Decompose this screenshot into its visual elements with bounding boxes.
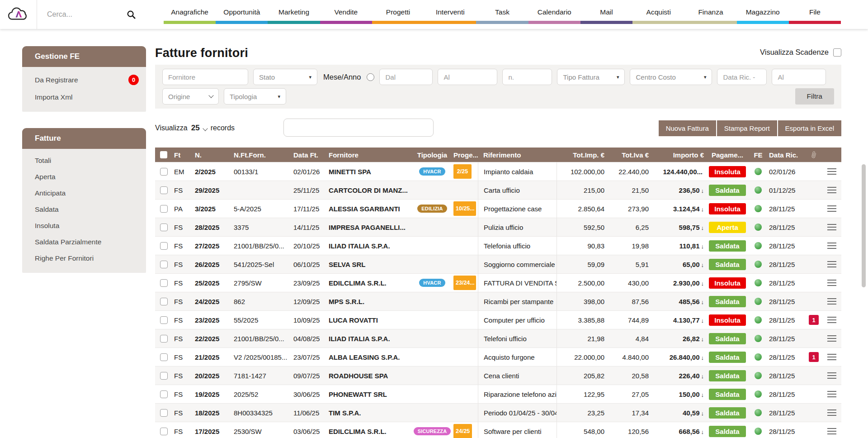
payment-status-badge[interactable]: Saldata: [709, 426, 746, 437]
sidebar-item[interactable]: Saldata Parzialmente: [22, 234, 146, 250]
header-nftforn[interactable]: N.Ft.Forn.: [232, 151, 292, 159]
payment-status-badge[interactable]: Saldata: [709, 240, 746, 252]
data-ric-al-filter-input[interactable]: [772, 69, 826, 85]
visualizza-scadenze-checkbox[interactable]: [833, 48, 841, 57]
nav-item[interactable]: Calendario: [528, 0, 580, 29]
nav-item[interactable]: Vendite: [320, 0, 372, 29]
sidebar-item[interactable]: Aperta: [22, 169, 146, 185]
data-ric-filter-input[interactable]: [717, 69, 767, 85]
nav-item[interactable]: Magazzino: [737, 0, 789, 29]
table-row[interactable]: FS 17/2025 2530/SW 03/06/25 EDILCLIMA S.…: [155, 422, 841, 438]
payment-status-badge[interactable]: Saldata: [709, 333, 746, 344]
sidebar-item[interactable]: Da Registrare 0: [22, 71, 146, 89]
row-menu-icon[interactable]: [827, 187, 836, 193]
row-checkbox[interactable]: [160, 390, 168, 398]
row-menu-icon[interactable]: [827, 243, 836, 249]
nav-item[interactable]: Task: [476, 0, 528, 29]
table-row[interactable]: FS 20/2025 7181-1427 09/07/25 ROADHOUSE …: [155, 366, 841, 385]
global-search-input[interactable]: [47, 10, 126, 19]
stato-filter-select[interactable]: Stato ▾: [253, 69, 317, 85]
table-row[interactable]: FS 19/2025 2025/52 30/06/25 PHONEWATT SR…: [155, 385, 841, 403]
row-menu-icon[interactable]: [827, 409, 836, 416]
select-all-checkbox[interactable]: [160, 151, 167, 158]
stampa-report-button[interactable]: Stampa Report: [717, 120, 777, 136]
centro-costo-filter-select[interactable]: Centro Costo ▾: [630, 69, 712, 85]
row-checkbox[interactable]: [160, 335, 168, 343]
row-menu-icon[interactable]: [827, 168, 836, 175]
row-menu-icon[interactable]: [827, 428, 836, 434]
row-menu-icon[interactable]: [827, 205, 836, 212]
header-importo[interactable]: Importo €: [651, 151, 706, 159]
payment-status-badge[interactable]: Insoluta: [709, 203, 746, 214]
payment-status-badge[interactable]: Aperta: [709, 222, 746, 233]
row-menu-icon[interactable]: [827, 335, 836, 342]
attachment-count-badge[interactable]: 1: [809, 315, 819, 325]
payment-status-badge[interactable]: Insoluta: [709, 277, 746, 289]
row-checkbox[interactable]: [160, 279, 168, 287]
row-menu-icon[interactable]: [827, 298, 836, 305]
row-checkbox[interactable]: [160, 428, 168, 435]
sidebar-item[interactable]: Totali: [22, 152, 146, 169]
header-tipologia[interactable]: Tipologia: [413, 151, 452, 159]
table-search-input[interactable]: [283, 119, 434, 137]
numero-filter-input[interactable]: [502, 69, 552, 85]
row-checkbox[interactable]: [160, 242, 168, 250]
esporta-excel-button[interactable]: Esporta in Excel: [778, 120, 841, 136]
table-row[interactable]: FS 28/2025 3375 14/11/25 IMPRESA PAGANEL…: [155, 218, 841, 236]
row-checkbox[interactable]: [160, 186, 168, 194]
table-row[interactable]: FS 29/2025 25/11/25 CARTCOLOR DI MANZ...…: [155, 181, 841, 199]
tipologia-filter-select[interactable]: Tipologia ▾: [224, 88, 286, 105]
nav-item[interactable]: Marketing: [268, 0, 320, 29]
nav-item[interactable]: Finanza: [684, 0, 736, 29]
row-checkbox[interactable]: [160, 261, 168, 268]
mese-anno-radio[interactable]: [367, 73, 374, 81]
nav-item[interactable]: Mail: [580, 0, 632, 29]
progetto-badge[interactable]: 23/24...: [453, 276, 476, 290]
row-checkbox[interactable]: [160, 353, 168, 361]
row-menu-icon[interactable]: [827, 391, 836, 397]
row-checkbox[interactable]: [160, 372, 168, 380]
payment-status-badge[interactable]: Saldata: [709, 407, 746, 419]
progetto-badge[interactable]: 10/25...: [453, 201, 476, 216]
payment-status-badge[interactable]: Saldata: [709, 370, 746, 381]
row-checkbox[interactable]: [160, 298, 168, 305]
table-row[interactable]: FS 22/2025 21001/BB/25/0... 04/08/25 ILI…: [155, 329, 841, 348]
payment-status-badge[interactable]: Saldata: [709, 259, 746, 270]
header-pagamento[interactable]: Pagame...: [706, 151, 749, 159]
vertical-scrollbar[interactable]: [862, 164, 866, 287]
sidebar-item[interactable]: Saldata: [22, 201, 146, 218]
header-fe[interactable]: FE: [749, 151, 767, 159]
nav-item[interactable]: Progetti: [372, 0, 424, 29]
table-row[interactable]: FS 23/2025 55/2025 10/09/25 LUCA ROVATTI…: [155, 310, 841, 329]
header-data-ric[interactable]: Data Ric.: [767, 151, 805, 159]
payment-status-badge[interactable]: Insoluta: [709, 166, 746, 177]
header-data-ft[interactable]: Data Ft.: [292, 151, 327, 159]
row-checkbox[interactable]: [160, 168, 168, 176]
table-row[interactable]: PA 3/2025 5-A/2025 17/11/25 ALESSIA SGAR…: [155, 199, 841, 218]
row-checkbox[interactable]: [160, 316, 168, 324]
header-progetti[interactable]: Proge...: [452, 151, 478, 159]
table-row[interactable]: FS 25/2025 2795/SW 23/09/25 EDILCLIMA S.…: [155, 273, 841, 292]
nuova-fattura-button[interactable]: Nuova Fattura: [659, 120, 716, 136]
payment-status-badge[interactable]: Saldata: [709, 352, 746, 363]
row-menu-icon[interactable]: [827, 280, 836, 286]
origine-filter-select[interactable]: Origine: [162, 88, 219, 105]
row-menu-icon[interactable]: [827, 261, 836, 267]
sidebar-item[interactable]: Anticipata: [22, 185, 146, 201]
sidebar-item[interactable]: Righe Per Fornitori: [22, 250, 146, 267]
row-menu-icon[interactable]: [827, 372, 836, 379]
al-filter-input[interactable]: [438, 69, 497, 85]
search-icon[interactable]: [126, 10, 136, 19]
header-ft[interactable]: Ft: [172, 151, 193, 159]
table-row[interactable]: FS 21/2025 V2 /2025/00185... 23/07/25 AL…: [155, 348, 841, 366]
nav-item[interactable]: File: [789, 0, 841, 29]
dal-filter-input[interactable]: [379, 69, 433, 85]
row-checkbox[interactable]: [160, 409, 168, 417]
table-row[interactable]: FS 18/2025 8H00334325 11/06/25 TIM S.P.A…: [155, 403, 841, 422]
app-logo[interactable]: [0, 0, 37, 29]
records-count[interactable]: 25: [191, 124, 200, 133]
filtra-button[interactable]: Filtra: [795, 88, 834, 105]
sidebar-item[interactable]: Importa Xml: [22, 89, 146, 105]
row-menu-icon[interactable]: [827, 354, 836, 360]
nav-item[interactable]: Anagrafiche: [164, 0, 216, 29]
